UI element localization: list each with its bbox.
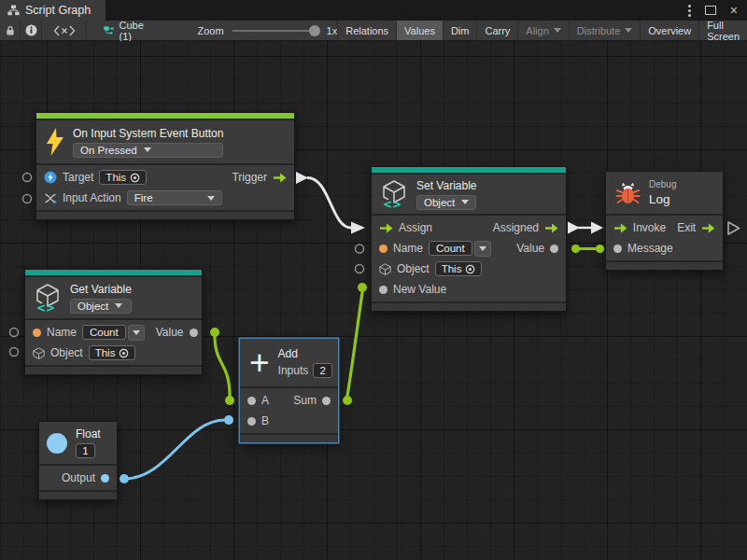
value-label: Value	[156, 326, 184, 339]
variable-name-dropdown-button[interactable]	[474, 241, 491, 257]
wire-getvariable-to-add-a[interactable]	[210, 328, 234, 405]
node-header[interactable]: Float 1	[39, 422, 117, 464]
zoom-slider[interactable]	[233, 25, 318, 36]
node-header[interactable]: On Input System Event Button On Pressed	[36, 120, 294, 163]
window-menu-icon[interactable]	[688, 5, 691, 17]
name-input-port[interactable]	[33, 329, 41, 337]
object-kind-dropdown[interactable]: Object	[70, 299, 132, 314]
input-action-row: Input Action Fire	[36, 188, 294, 208]
dim-button[interactable]: Dim	[444, 21, 478, 40]
relations-button[interactable]: Relations	[337, 21, 397, 40]
node-footer	[240, 435, 338, 442]
node-footer	[36, 212, 294, 219]
code-view-button[interactable]	[42, 21, 87, 40]
maximize-icon[interactable]	[705, 6, 716, 15]
target-picker-icon	[119, 348, 129, 358]
value-output-port[interactable]	[190, 329, 198, 337]
info-icon	[25, 24, 37, 36]
node-header[interactable]: + Add Inputs 2	[240, 339, 338, 386]
target-this-chip[interactable]: This	[99, 170, 147, 185]
node-title: Get Variable	[70, 283, 132, 296]
variable-name-combo[interactable]: Count	[82, 325, 145, 341]
lightning-icon	[46, 128, 64, 156]
bug-icon	[615, 181, 641, 205]
on-pressed-dropdown[interactable]: On Pressed	[73, 143, 223, 158]
assign-input-port[interactable]	[379, 223, 393, 233]
socket-target[interactable]	[23, 174, 32, 182]
object-kind-dropdown[interactable]: Object	[416, 195, 476, 210]
object-this-chip[interactable]: This	[89, 345, 136, 360]
carry-button[interactable]: Carry	[477, 21, 518, 40]
node-debug-log[interactable]: Debug Log Invoke Exit	[605, 171, 724, 271]
a-input-port[interactable]	[247, 397, 256, 405]
tab-script-graph[interactable]: Script Graph	[0, 0, 106, 21]
value-output-port[interactable]	[550, 245, 558, 253]
node-body: A Sum B	[240, 388, 338, 433]
values-button[interactable]: Values	[397, 21, 444, 40]
breadcrumb[interactable]: Cube (1)	[96, 21, 156, 40]
node-on-input-system-event-button[interactable]: On Input System Event Button On Pressed …	[35, 112, 295, 220]
wire-assigned-to-invoke[interactable]	[568, 222, 603, 234]
node-category: Debug	[649, 179, 676, 189]
fullscreen-button[interactable]: Full Screen	[699, 21, 747, 40]
socket-get-object[interactable]	[10, 348, 19, 357]
socket-input-action[interactable]	[23, 195, 32, 203]
fire-dropdown[interactable]: Fire	[127, 190, 222, 205]
node-float[interactable]: Float 1 Output	[38, 421, 118, 500]
chevron-down-icon	[144, 147, 151, 152]
node-header[interactable]: <> Get Variable Object	[25, 277, 202, 318]
node-set-variable[interactable]: <> Set Variable Object Assign	[371, 166, 567, 312]
zoom-slider-handle[interactable]	[309, 25, 320, 36]
wire-trigger-to-assign[interactable]	[296, 172, 365, 234]
a-label: A	[261, 394, 269, 407]
wire-value-to-message[interactable]	[571, 245, 604, 253]
chevron-down-icon	[115, 303, 122, 308]
info-button[interactable]	[21, 21, 41, 40]
a-row: A Sum	[240, 390, 338, 411]
inputs-count-field[interactable]: 2	[313, 363, 332, 378]
wire-add-sum-to-newvalue[interactable]	[343, 283, 367, 405]
socket-set-name[interactable]	[356, 245, 364, 253]
sum-output-port[interactable]	[322, 397, 331, 405]
name-input-port[interactable]	[379, 245, 388, 253]
node-footer	[372, 303, 566, 311]
graph-node-icon	[104, 24, 114, 36]
variable-name-dropdown-button[interactable]	[128, 325, 145, 341]
float-value-field[interactable]: 1	[76, 443, 95, 458]
message-row: Message	[606, 238, 723, 259]
socket-exit-flow[interactable]	[728, 222, 740, 234]
message-input-port[interactable]	[613, 245, 622, 253]
node-title: Float	[76, 427, 101, 441]
trigger-output-port[interactable]	[273, 173, 287, 183]
float-icon	[47, 433, 67, 454]
lock-button[interactable]	[0, 21, 21, 40]
exit-output-port[interactable]	[701, 223, 715, 233]
invoke-input-port[interactable]	[613, 223, 627, 233]
b-input-port[interactable]	[247, 417, 256, 426]
output-port[interactable]	[101, 474, 109, 483]
socket-set-object[interactable]	[356, 265, 364, 273]
new-value-input-port[interactable]	[379, 286, 388, 294]
assigned-output-port[interactable]	[544, 223, 558, 233]
node-get-variable[interactable]: <> Get Variable Object Name Count	[24, 269, 203, 375]
b-row: B	[240, 411, 338, 431]
object-this-chip[interactable]: This	[435, 261, 483, 276]
node-add[interactable]: + Add Inputs 2 A Sum	[239, 338, 339, 443]
node-header[interactable]: Debug Log	[606, 172, 723, 214]
node-header[interactable]: <> Set Variable Object	[372, 175, 566, 214]
socket-get-name[interactable]	[10, 329, 19, 337]
node-footer	[39, 492, 117, 499]
close-icon[interactable]: ×	[730, 4, 738, 17]
align-dropdown[interactable]: Align	[518, 21, 569, 40]
overview-button[interactable]: Overview	[641, 21, 699, 40]
invoke-label: Invoke	[633, 221, 666, 234]
graph-canvas[interactable]: On Input System Event Button On Pressed …	[0, 41, 747, 560]
wire-float-to-add-b[interactable]	[120, 415, 233, 483]
distribute-dropdown[interactable]: Distribute	[570, 21, 641, 40]
node-body: Invoke Exit Message	[606, 216, 723, 260]
output-row: Output	[39, 468, 117, 488]
target-picker-icon	[130, 173, 140, 183]
variable-name-combo[interactable]: Count	[429, 241, 491, 257]
node-title: Log	[649, 192, 676, 206]
event-accent-bar	[36, 113, 294, 119]
